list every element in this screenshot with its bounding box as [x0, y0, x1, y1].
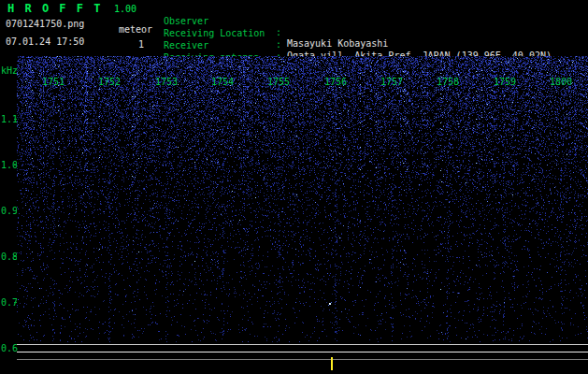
info-row-observer: Observer : Masayuki Kobayashi: [0, 5, 588, 17]
spectrogram-plot: 1751 1752 1753 1754 1755 1756 1757 1758 …: [0, 56, 588, 374]
header: H R O F F T 1.00 0701241750.png meteor 0…: [0, 0, 588, 56]
x-tick-label: 1757: [380, 77, 403, 87]
x-tick-label: 1751: [42, 77, 65, 87]
level-strip-line: [17, 359, 588, 360]
info-row-receiver: Receiver : ICOM IC-575 53.7492(0LCD)MHz …: [0, 29, 588, 41]
info-row-location: Receiving Location : Ogata-vill. Akita-P…: [0, 17, 588, 29]
x-tick-label: 1756: [324, 77, 347, 87]
spectrogram-canvas: [17, 56, 588, 342]
x-tick-label: 1755: [267, 77, 290, 87]
info-row-antenna: Receiving antenna : A504HB(yagi 4el): [0, 41, 588, 53]
echo-marker: [331, 357, 333, 370]
x-tick-label: 1753: [155, 77, 178, 87]
level-strip-line: [17, 352, 588, 352]
x-tick-label: 1758: [437, 77, 459, 87]
x-tick-label: 1800: [550, 77, 572, 87]
x-tick-label: 1754: [211, 77, 234, 87]
level-strip-line: [17, 344, 588, 345]
x-tick-label: 1759: [494, 77, 516, 87]
x-tick-label: 1752: [98, 77, 121, 87]
hrofft-screen: H R O F F T 1.00 0701241750.png meteor 0…: [0, 0, 588, 374]
